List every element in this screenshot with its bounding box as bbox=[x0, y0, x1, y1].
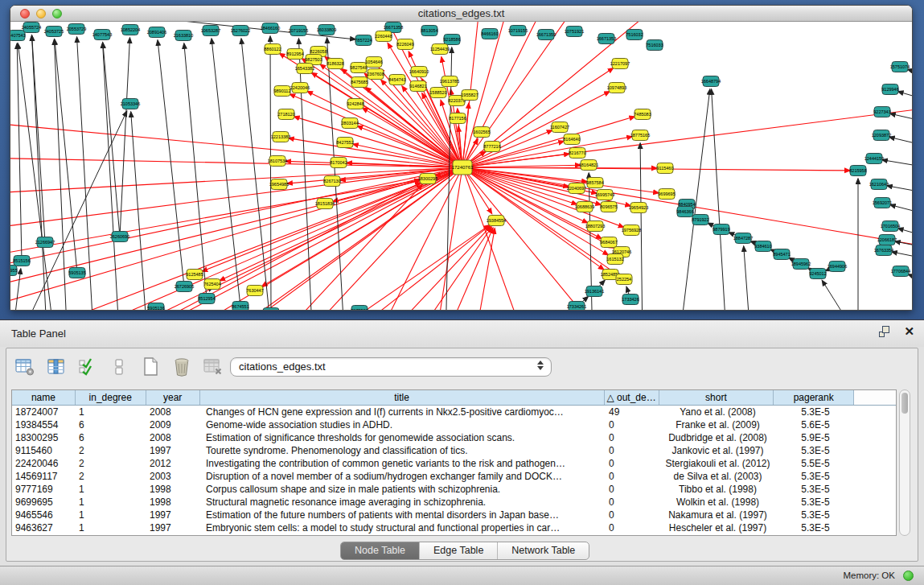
graph-node[interactable]: 5905135 bbox=[68, 268, 85, 278]
window-titlebar[interactable]: citations_edges.txt bbox=[10, 6, 912, 22]
graph-node[interactable]: 8912954 bbox=[286, 49, 303, 60]
graph-node[interactable]: 1407543 bbox=[10, 31, 26, 41]
graph-node[interactable]: 18151834 bbox=[315, 199, 335, 209]
graph-node[interactable]: 12213383 bbox=[271, 132, 290, 142]
citation-edge-black[interactable] bbox=[712, 89, 727, 311]
citation-edge-red[interactable] bbox=[10, 167, 462, 194]
graph-node[interactable]: 2718120 bbox=[277, 109, 294, 120]
graph-node[interactable]: 8860122 bbox=[264, 44, 281, 55]
graph-node[interactable]: 22420046 bbox=[290, 83, 310, 93]
graph-node[interactable]: 12217097 bbox=[610, 59, 630, 69]
graph-node[interactable]: 7516033 bbox=[646, 40, 663, 51]
graph-node[interactable]: 18107534 bbox=[268, 156, 287, 167]
graph-node[interactable]: 9115460 bbox=[656, 163, 673, 174]
graph-node[interactable]: 8466160 bbox=[481, 29, 498, 39]
graph-node[interactable]: 10974893 bbox=[607, 83, 626, 93]
citation-edge-red[interactable] bbox=[10, 167, 462, 311]
table-row[interactable]: 946362711997Embryonic stem cells: a mode… bbox=[12, 521, 896, 534]
citation-edge-black[interactable] bbox=[898, 229, 912, 238]
graph-node[interactable]: 19613785 bbox=[440, 76, 459, 87]
graph-node[interactable]: 1615132 bbox=[606, 254, 623, 265]
graph-node[interactable]: 9674552 bbox=[262, 308, 279, 311]
tab-network-table[interactable]: Network Table bbox=[498, 542, 589, 559]
graph-node[interactable]: 18300295 bbox=[418, 174, 437, 184]
citation-edge-black[interactable] bbox=[270, 36, 271, 311]
graph-node[interactable]: 8945471 bbox=[773, 249, 790, 260]
graph-node[interactable]: 26726905 bbox=[175, 282, 194, 292]
graph-node[interactable]: 17016504 bbox=[881, 221, 900, 232]
graph-node[interactable]: 16640910 bbox=[409, 67, 429, 77]
graph-node[interactable]: 252254 bbox=[616, 274, 632, 285]
graph-node[interactable]: 17334261 bbox=[567, 302, 586, 311]
graph-node[interactable]: 17240763 bbox=[452, 160, 474, 175]
graph-node[interactable]: 9846366 bbox=[676, 207, 693, 217]
graph-node[interactable]: 2260448 bbox=[375, 31, 392, 42]
graph-node[interactable]: 19654923 bbox=[629, 203, 648, 213]
graph-node[interactable]: 8427552 bbox=[336, 138, 353, 148]
table-vertical-scrollbar[interactable] bbox=[899, 389, 910, 536]
citation-edge-red[interactable] bbox=[462, 22, 590, 167]
graph-node[interactable]: 8512955 bbox=[10, 266, 18, 276]
graph-node[interactable]: 15751074 bbox=[890, 62, 910, 72]
graph-node[interactable]: 20719155 bbox=[289, 26, 308, 36]
graph-node[interactable]: 1733426 bbox=[622, 295, 639, 305]
table-row[interactable]: 1830029562008Estimation of significance … bbox=[12, 431, 896, 444]
column-header-short[interactable]: short bbox=[659, 390, 774, 405]
graph-node[interactable]: 11254439 bbox=[430, 44, 450, 55]
citation-edge-black[interactable] bbox=[103, 43, 120, 237]
graph-node[interactable]: 8675530 bbox=[351, 306, 368, 311]
column-header-pagerank[interactable]: pagerank bbox=[774, 390, 854, 405]
table-row[interactable]: 1872400712008Changes of HCN gene express… bbox=[12, 406, 896, 418]
graph-node[interactable]: 8267130 bbox=[323, 176, 340, 187]
citation-edge-black[interactable] bbox=[55, 39, 77, 273]
graph-node[interactable]: 9146821 bbox=[409, 81, 426, 92]
graph-node[interactable]: 19756928 bbox=[622, 225, 641, 236]
graph-node[interactable]: 21266947 bbox=[35, 237, 55, 248]
citation-edge-red[interactable] bbox=[345, 225, 490, 311]
graph-node[interactable]: 9684067 bbox=[600, 237, 617, 248]
graph-node[interactable]: 8777216 bbox=[483, 142, 500, 152]
graph-node[interactable]: 1602565 bbox=[473, 127, 490, 138]
citation-edge-black[interactable] bbox=[211, 39, 240, 307]
citation-edge-black[interactable] bbox=[744, 246, 751, 311]
graph-node[interactable]: 15692071 bbox=[873, 198, 892, 208]
graph-node[interactable]: 2367608 bbox=[367, 69, 384, 80]
citation-edge-red[interactable] bbox=[10, 122, 462, 167]
graph-node[interactable]: 16648794 bbox=[701, 76, 721, 87]
graph-node[interactable]: 18847287 bbox=[733, 233, 753, 244]
graph-node[interactable]: 18164821 bbox=[579, 160, 598, 171]
graph-node[interactable]: 8454743 bbox=[388, 75, 405, 85]
graph-node[interactable]: 16671353 bbox=[597, 34, 616, 44]
float-panel-icon[interactable] bbox=[879, 326, 891, 337]
column-header-name[interactable]: name bbox=[12, 390, 76, 405]
graph-node[interactable]: 17706844 bbox=[891, 266, 910, 277]
citation-edge-black[interactable] bbox=[882, 160, 912, 168]
graph-node[interactable]: 9125485 bbox=[186, 270, 203, 280]
citation-edge-red[interactable] bbox=[333, 167, 462, 201]
graph-node[interactable]: 8164640 bbox=[563, 134, 580, 145]
table-settings-icon[interactable] bbox=[14, 356, 35, 377]
citation-edge-black[interactable] bbox=[298, 39, 313, 311]
graph-node[interactable]: 8186328 bbox=[326, 59, 343, 69]
citation-edge-red[interactable] bbox=[10, 167, 462, 311]
graph-node[interactable]: 19384554 bbox=[487, 216, 506, 226]
graph-node[interactable]: 8177156 bbox=[449, 113, 466, 124]
citation-edge-black[interactable] bbox=[54, 39, 68, 311]
memory-ok-icon[interactable] bbox=[903, 571, 914, 581]
graph-node[interactable]: 18775165 bbox=[630, 130, 650, 141]
graph-node[interactable]: 1588520 bbox=[429, 88, 446, 98]
graph-node[interactable]: 8226049 bbox=[396, 39, 413, 50]
unselect-all-icon[interactable] bbox=[109, 356, 129, 377]
citation-edge-black[interactable] bbox=[18, 43, 55, 311]
table-row[interactable]: 977716911998Corpus callosum shape and si… bbox=[12, 483, 896, 496]
graph-node[interactable]: 7857224 bbox=[355, 35, 372, 46]
graph-node[interactable]: 12066187 bbox=[877, 235, 897, 245]
column-header-out_degree[interactable]: △ out_de… bbox=[605, 390, 659, 405]
table-row[interactable]: 1456911722003Disruption of a novel membe… bbox=[12, 470, 896, 483]
graph-node[interactable]: 26260690 bbox=[110, 232, 129, 242]
tab-node-table[interactable]: Node Table bbox=[341, 542, 420, 559]
graph-node[interactable]: 1054646 bbox=[365, 57, 382, 68]
graph-node[interactable]: 16763354 bbox=[874, 245, 893, 256]
show-column-icon[interactable] bbox=[46, 356, 67, 377]
graph-node[interactable]: 7630447 bbox=[246, 286, 263, 296]
